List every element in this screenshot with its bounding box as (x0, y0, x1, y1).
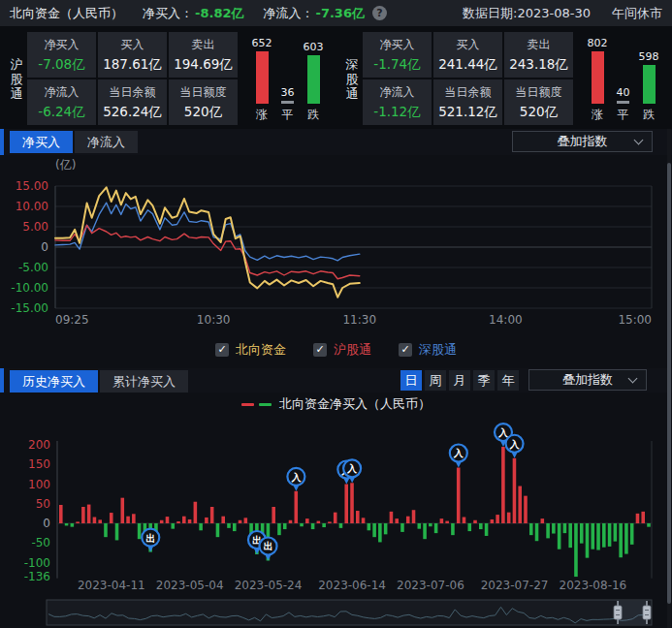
axis-label: 200 (28, 438, 50, 452)
daily-bar (384, 523, 388, 534)
period-buttons: 日周月季年 (400, 370, 519, 391)
updown-bar-up (256, 51, 269, 104)
daily-bar (356, 511, 360, 523)
updown-bar-flat (281, 101, 294, 104)
axis-label: 2023-07-06 (397, 579, 464, 592)
axis-label: -5.00 (18, 261, 48, 274)
stock-connect-panel-sz: 深股通净买入-1.74亿买入241.44亿卖出243.18亿净流入-1.12亿当… (336, 26, 671, 129)
period-button-0[interactable]: 日 (400, 370, 422, 391)
daily-bar (138, 523, 142, 539)
daily-bar (378, 523, 382, 542)
history-tabs: 历史净买入累计净买入 (10, 370, 188, 392)
net-inflow-value: -7.36亿 (315, 5, 364, 22)
daily-bar (300, 523, 304, 526)
axis-label: 10:30 (197, 313, 231, 327)
daily-bar (277, 523, 281, 535)
stat-cell: 当日额度520亿 (504, 79, 573, 125)
stat-value: -1.12亿 (363, 104, 432, 121)
slider-track[interactable] (47, 600, 652, 625)
daily-bar (501, 447, 505, 523)
daily-bar (362, 518, 366, 523)
checkbox-checked-icon[interactable]: ✓ (215, 343, 229, 357)
stat-label: 卖出 (169, 37, 238, 53)
period-button-2[interactable]: 月 (449, 370, 470, 391)
stat-label: 买入 (98, 37, 167, 53)
period-button-3[interactable]: 季 (473, 370, 495, 391)
daily-bar (624, 523, 628, 554)
data-date: 数据日期:2023-08-30 (463, 5, 591, 22)
axis-label: 2023-05-04 (156, 579, 224, 592)
history-toolbar: 历史净买入累计净买入 日周月季年 叠加指数 (0, 368, 672, 392)
updown-label: 跌 (643, 107, 655, 123)
axis-label: 入 (290, 472, 302, 483)
daily-bar (81, 507, 85, 523)
period-button-4[interactable]: 年 (497, 370, 519, 391)
stat-cell: 买入241.44亿 (433, 32, 502, 78)
checkbox-checked-icon[interactable]: ✓ (313, 343, 327, 357)
stat-cell: 净买入-1.74亿 (363, 32, 432, 78)
checkbox-checked-icon[interactable]: ✓ (399, 343, 412, 357)
overlay-index-dropdown[interactable]: 叠加指数 (512, 131, 653, 152)
daily-bar (98, 519, 102, 523)
daily-bar (221, 517, 225, 523)
period-button-1[interactable]: 周 (425, 370, 446, 391)
axis-label: 150 (28, 457, 50, 471)
updown-count: 603 (304, 41, 324, 53)
stat-value: 187.61亿 (98, 56, 167, 74)
axis-label: -10.00 (11, 281, 48, 295)
intraday-tab-0[interactable]: 净买入 (10, 131, 73, 153)
intraday-toolbar: 净买入净流入 叠加指数 (0, 129, 672, 155)
daily-bar (485, 523, 489, 536)
chevron-down-icon (634, 136, 644, 145)
vertical-scrollbar[interactable] (667, 129, 671, 628)
history-tab-1[interactable]: 累计净买入 (100, 370, 188, 392)
inflow-pin-marker: 入 (506, 435, 524, 458)
updown-bar-down (307, 55, 320, 104)
stat-cell: 净流入-1.12亿 (363, 79, 432, 125)
daily-bar (283, 523, 287, 529)
daily-bar (322, 523, 326, 527)
updown-count: 40 (617, 86, 630, 99)
slider-selected-window[interactable] (618, 601, 647, 624)
daily-bar (445, 521, 449, 523)
updown-bar-flat (617, 101, 629, 104)
daily-bar (596, 523, 600, 550)
legend-item-1[interactable]: ✓沪股通 (313, 341, 371, 359)
axis-label: -136 (24, 570, 50, 583)
daily-bar (205, 518, 208, 523)
daily-bar (182, 517, 186, 523)
legend-item-2[interactable]: ✓深股通 (399, 341, 457, 359)
stat-label: 买入 (433, 37, 502, 53)
scrollbar-thumb[interactable] (667, 163, 671, 604)
legend-item-0[interactable]: ✓北向资金 (215, 341, 286, 359)
datazoom-slider[interactable] (0, 597, 672, 628)
help-icon[interactable]: ? (372, 6, 387, 20)
legend-dash-red (241, 403, 254, 406)
daily-bar (317, 521, 321, 523)
axis-label: 入 (497, 427, 509, 438)
daily-bar (423, 523, 427, 539)
daily-bar (368, 523, 371, 530)
daily-bar (87, 505, 91, 523)
intraday-tab-1[interactable]: 净流入 (75, 131, 138, 153)
line-series-沪股通 (55, 225, 360, 278)
overlay-index-dropdown-2[interactable]: 叠加指数 (528, 369, 647, 391)
daily-bar (535, 523, 539, 541)
updown-label: 涨 (592, 107, 603, 123)
daily-bar (294, 491, 298, 523)
daily-bar (457, 467, 461, 523)
legend-label: 沪股通 (334, 341, 371, 359)
updown-label: 跌 (307, 107, 319, 123)
updown-label: 平 (282, 107, 294, 123)
daily-bar (400, 523, 404, 532)
daily-bar (233, 523, 237, 531)
daily-bar (574, 523, 578, 577)
axis-label: 出 (145, 533, 155, 544)
bar-legend-label: 北向资金净买入（人民币） (279, 395, 431, 413)
daily-bar (507, 513, 511, 523)
daily-bar (440, 518, 444, 523)
stat-label: 净买入 (363, 37, 432, 53)
daily-bar (289, 520, 293, 523)
daily-bar (451, 523, 455, 535)
history-tab-0[interactable]: 历史净买入 (10, 370, 98, 392)
